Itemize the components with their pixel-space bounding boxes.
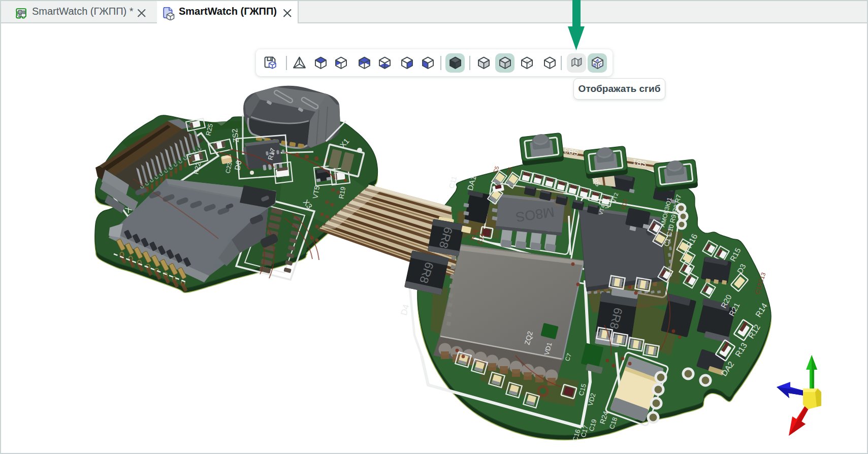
svg-text:C11: C11 xyxy=(447,175,458,189)
svg-text:ZS2: ZS2 xyxy=(230,128,240,143)
svg-text:SB3: SB3 xyxy=(564,146,580,157)
svg-text:B: B xyxy=(593,62,597,68)
svg-text:SB1: SB1 xyxy=(632,157,648,169)
svg-text:D4: D4 xyxy=(399,303,411,316)
